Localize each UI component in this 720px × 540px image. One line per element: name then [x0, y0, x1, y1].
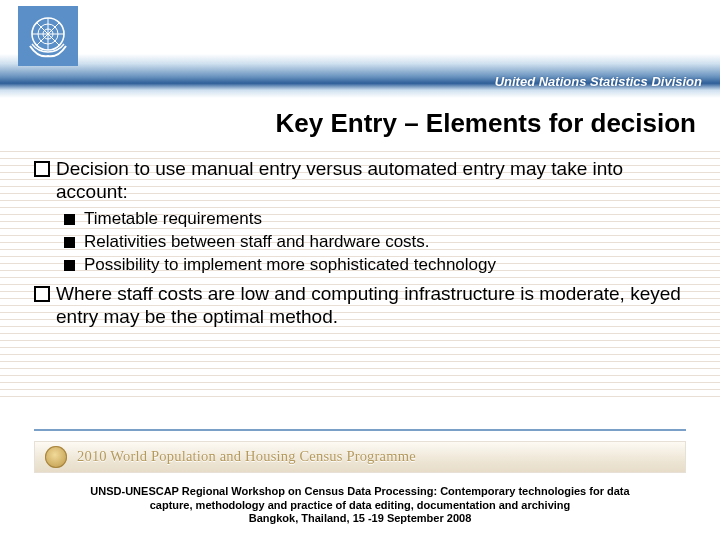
bullet-level1: Decision to use manual entry versus auto…	[56, 157, 692, 203]
workshop-line: UNSD-UNESCAP Regional Workshop on Census…	[54, 485, 666, 499]
workshop-line: capture, methodology and practice of dat…	[54, 499, 666, 513]
un-logo-icon	[18, 6, 78, 66]
slide-header: United Nations Statistics Division	[0, 0, 720, 98]
bullet-level2: Timetable requirements	[84, 209, 692, 230]
division-label: United Nations Statistics Division	[495, 74, 702, 89]
workshop-info: UNSD-UNESCAP Regional Workshop on Census…	[34, 485, 686, 526]
programme-banner: 2010 World Population and Housing Census…	[34, 441, 686, 473]
divider	[34, 429, 686, 431]
bullet-level2: Possibility to implement more sophistica…	[84, 255, 692, 276]
slide-title: Key Entry – Elements for decision	[0, 100, 720, 145]
bullet-level1: Where staff costs are low and computing …	[56, 282, 692, 328]
slide: United Nations Statistics Division Key E…	[0, 0, 720, 540]
bullet-level2: Relativities between staff and hardware …	[84, 232, 692, 253]
slide-body: Decision to use manual entry versus auto…	[0, 145, 720, 397]
programme-logo-icon	[45, 446, 67, 468]
workshop-line: Bangkok, Thailand, 15 -19 September 2008	[54, 512, 666, 526]
programme-title: 2010 World Population and Housing Census…	[77, 448, 416, 465]
sub-bullet-group: Timetable requirements Relativities betw…	[34, 209, 692, 275]
slide-footer: 2010 World Population and Housing Census…	[0, 429, 720, 540]
